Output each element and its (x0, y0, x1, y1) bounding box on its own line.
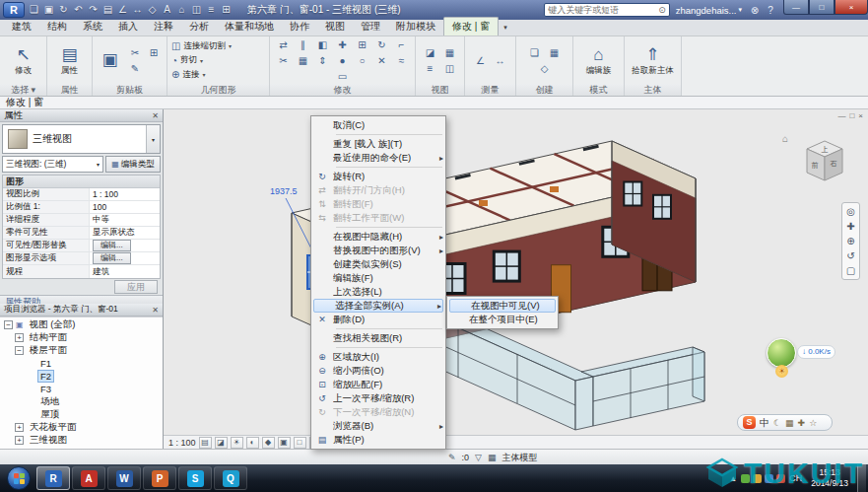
taskbar-app-powerpoint[interactable]: P (143, 466, 176, 490)
user-dropdown-icon[interactable]: ▾ (738, 6, 742, 14)
ribbon-tab[interactable]: 建筑 (4, 18, 39, 35)
tag-icon[interactable]: ◇ (145, 1, 160, 19)
menu-item[interactable]: 选择全部实例(A)▸ (313, 299, 443, 313)
close-icon[interactable]: ✕ (152, 111, 159, 120)
tree-item[interactable]: 场地 (0, 395, 163, 408)
property-value[interactable]: 显示原状态 (90, 227, 160, 239)
ribbon-tab[interactable]: 协作 (282, 18, 317, 35)
tree-item[interactable]: −▣视图 (全部) (0, 318, 163, 331)
viewcube-home-icon[interactable]: ⌂ (782, 133, 788, 144)
start-button[interactable] (7, 466, 31, 490)
close-button[interactable]: × (835, 0, 868, 15)
paste-button[interactable]: ▣ (98, 50, 123, 70)
crop-view-icon[interactable]: ▣ (278, 437, 291, 449)
update-tray-icon[interactable] (753, 474, 762, 483)
application-menu-button[interactable]: R (3, 2, 25, 18)
tree-item[interactable]: +天花板平面 (0, 421, 163, 434)
ribbon-tab[interactable]: 插入 (110, 18, 146, 35)
viewcube-graphic[interactable]: 上 前 右 (795, 133, 854, 192)
ribbon-tab[interactable]: 体量和场地 (217, 18, 282, 35)
network-speed-ball[interactable]: ↓ 0.0K/s ☀ (767, 338, 865, 374)
menu-item[interactable]: 查找相关视图(R) (311, 331, 445, 345)
view-close-icon[interactable]: × (858, 111, 863, 120)
shadows-icon[interactable]: ◐ (246, 437, 259, 449)
text-icon[interactable]: A (160, 1, 174, 19)
paint-button[interactable]: ≈ (392, 53, 411, 68)
thin-lines-icon[interactable]: ≡ (204, 1, 219, 19)
menu-item[interactable]: 在视图中隐藏(H)▸ (311, 230, 445, 244)
ribbon-tab[interactable]: 管理 (353, 18, 388, 35)
view-scale-label[interactable]: 1 : 100 (168, 438, 196, 448)
temporary-dimension[interactable]: 1937.5 (270, 186, 298, 196)
property-value[interactable]: 中等 (90, 214, 160, 226)
match-type-button[interactable]: ✎ (126, 61, 145, 76)
help-icon[interactable]: ? (764, 5, 777, 16)
menu-item[interactable]: ⊕区域放大(I) (311, 350, 445, 364)
ribbon-tab[interactable]: 视图 (317, 18, 353, 35)
copy-element-button[interactable]: ⊞ (353, 37, 371, 52)
visual-style-icon[interactable]: ◪ (215, 437, 228, 449)
pick-new-host-button[interactable]: ⇑拾取新主体 (632, 45, 675, 75)
show-crop-icon[interactable]: □ (294, 437, 306, 449)
input-mode-label[interactable]: 中 (760, 416, 769, 430)
project-browser-header[interactable]: 项目浏览器 - 第六章 门、窗-01 ✕ (0, 304, 163, 316)
create-similar-button[interactable]: ▦ (545, 45, 564, 60)
toolbox-icon[interactable]: ☆ (809, 418, 817, 428)
move-button[interactable]: ✚ (333, 37, 352, 52)
orbit-icon[interactable]: ↺ (846, 250, 854, 261)
properties-button[interactable]: ▤属性 (49, 45, 90, 75)
tray-expand-icon[interactable]: ▲ (729, 474, 737, 483)
menu-item[interactable]: ⊡缩放匹配(F) (311, 378, 445, 391)
taskbar-clock[interactable]: 15:13 2014/9/13 (811, 467, 848, 488)
type-selector[interactable]: 三维视图 ▾ (2, 124, 161, 154)
tree-item[interactable]: F2 (0, 370, 163, 383)
sign-in-user[interactable]: zhangdehais... ▾ (676, 5, 742, 16)
night-mode-icon[interactable]: ☾ (773, 418, 781, 428)
section-icon[interactable]: ◫ (189, 1, 204, 19)
edit-family-button[interactable]: ⌂编辑族 (577, 45, 621, 75)
pan-icon[interactable]: ✚ (846, 221, 854, 232)
submenu-item[interactable]: 在视图中可见(V) (449, 299, 556, 313)
edit-button[interactable]: 编辑... (93, 252, 131, 264)
array-button[interactable]: ▦ (294, 53, 312, 68)
print-icon[interactable]: ▤ (100, 1, 115, 19)
keyboard-icon[interactable]: ▦ (785, 418, 794, 428)
menu-item[interactable]: ↻下一次平移/缩放(N) (311, 405, 445, 419)
hide-in-view-button[interactable]: ◪ (421, 45, 439, 60)
skin-icon[interactable]: ✚ (798, 418, 806, 428)
messenger-tray-icon[interactable] (776, 474, 785, 483)
tree-item[interactable]: F3 (0, 383, 163, 395)
speed-ball-icon[interactable] (767, 338, 796, 368)
menu-item[interactable]: 重复 [载入 族](T) (311, 137, 445, 151)
delete-button[interactable]: ✕ (372, 53, 391, 68)
menu-item[interactable]: ⇄翻转开/门方向(H) (311, 183, 445, 197)
tree-item[interactable]: F1 (0, 357, 163, 370)
override-graphics-button[interactable]: ◫ (440, 61, 459, 76)
isolate-button[interactable]: ▦ (440, 45, 459, 60)
tree-expander-icon[interactable]: + (15, 436, 24, 445)
taskbar-app-qq[interactable]: Q (214, 466, 247, 490)
menu-item[interactable]: 创建类似实例(S) (311, 257, 445, 271)
exchange-apps-icon[interactable]: ⊗ (748, 5, 762, 16)
workset-label[interactable]: 主体模型 (502, 452, 538, 464)
drawing-area[interactable]: 1937.5 — □ × (164, 109, 868, 449)
opening-button[interactable]: ▭ (333, 69, 352, 84)
align-button[interactable]: ⇄ (274, 37, 293, 52)
taskbar-app-skype[interactable]: S (178, 466, 212, 490)
view-minimize-icon[interactable]: — (837, 111, 845, 120)
property-value[interactable]: 编辑... (90, 252, 160, 264)
ribbon-tab[interactable]: 结构 (39, 18, 75, 35)
menu-item[interactable]: 取消(C) (311, 118, 445, 132)
split-button[interactable]: ✂ (274, 53, 293, 68)
search-input[interactable] (548, 5, 658, 16)
viewcube[interactable]: ⌂ 上 前 右 (795, 133, 854, 192)
default-3d-view-icon[interactable]: ⌂ (174, 1, 189, 19)
pin-button[interactable]: ● (333, 53, 352, 68)
dimension-button[interactable]: ↔ (491, 53, 509, 68)
cut-geometry-button[interactable]: ◔剪切▾ (171, 53, 203, 67)
tree-item[interactable]: +三维视图 (0, 434, 163, 447)
switch-windows-icon[interactable]: ⊞ (219, 1, 234, 19)
modify-button[interactable]: ↖修改 (2, 45, 44, 75)
chevron-down-icon[interactable]: ▾ (97, 161, 100, 168)
network-tray-icon[interactable] (765, 474, 773, 483)
